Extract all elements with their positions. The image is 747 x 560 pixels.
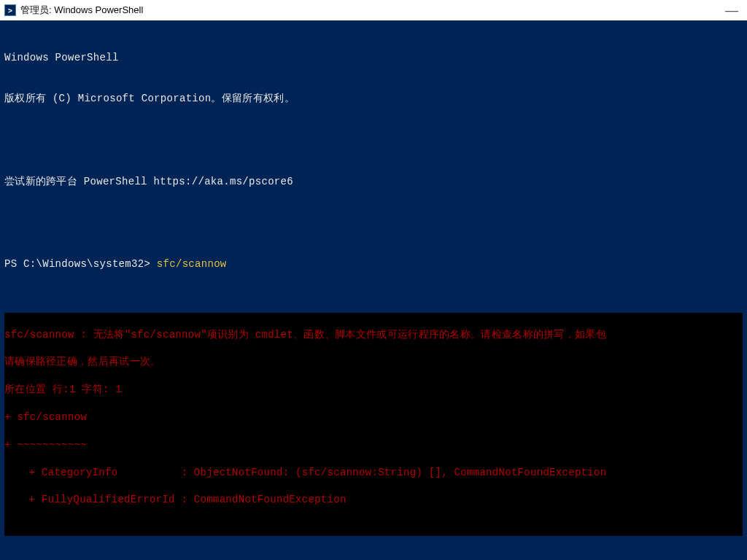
window-titlebar[interactable]: > 管理员: Windows PowerShell — — [0, 0, 747, 20]
window-title: 管理员: Windows PowerShell — [20, 4, 143, 17]
error-blank — [4, 521, 743, 534]
prompt-text: PS C:\Windows\system32> — [4, 258, 157, 270]
error-line: 请确保路径正确，然后再试一次。 — [4, 355, 743, 369]
powershell-icon-glyph: > — [8, 7, 12, 15]
header-line: 版权所有 (C) Microsoft Corporation。保留所有权利。 — [4, 92, 743, 106]
error-line-category: + CategoryInfo : ObjectNotFound: (sfc/sc… — [4, 466, 743, 480]
terminal-viewport[interactable]: Windows PowerShell 版权所有 (C) Microsoft Co… — [0, 20, 747, 560]
header-line: Windows PowerShell — [4, 51, 743, 65]
blank-line — [4, 216, 743, 230]
error-line: + ~~~~~~~~~~~ — [4, 438, 743, 452]
minimize-icon[interactable]: — — [721, 4, 743, 17]
command-line-1: PS C:\Windows\system32> sfc/scannow — [4, 257, 743, 271]
powershell-icon: > — [4, 4, 16, 16]
error-line: + sfc/scannow — [4, 411, 743, 424]
error-block: sfc/scannow : 无法将"sfc/scannow"项识别为 cmdle… — [4, 313, 743, 536]
error-line-errorid: + FullyQualifiedErrorId : CommandNotFoun… — [4, 493, 743, 507]
blank-line — [4, 133, 743, 147]
error-line: 所在位置 行:1 字符: 1 — [4, 383, 743, 397]
command-input-1: sfc/scannow — [157, 258, 227, 270]
header-line: 尝试新的跨平台 PowerShell https://aka.ms/pscore… — [4, 175, 743, 189]
error-line: sfc/scannow : 无法将"sfc/scannow"项识别为 cmdle… — [4, 328, 743, 342]
